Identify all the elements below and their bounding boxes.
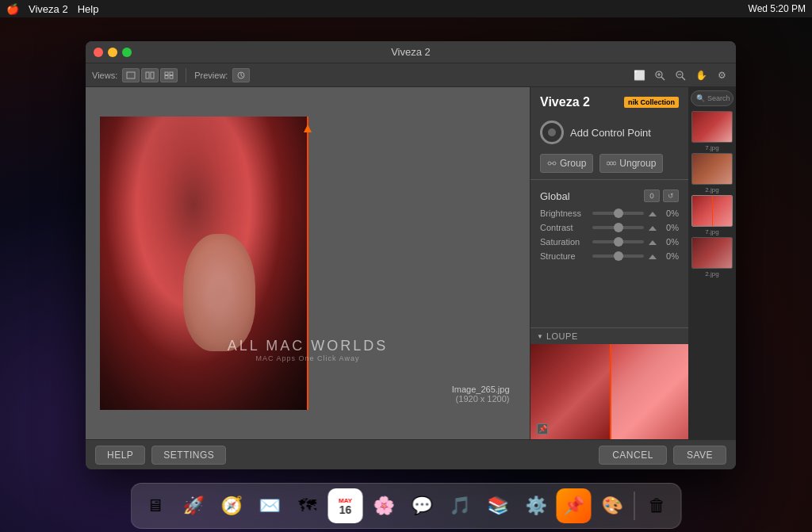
global-reset-icon[interactable]: ↺ (663, 189, 679, 202)
dock-messages[interactable]: 💬 (404, 488, 439, 523)
apple-menu[interactable]: 🍎 (6, 3, 19, 15)
view-single[interactable] (122, 68, 140, 82)
image-container: ALL MAC WORLDS MAC Apps One Click Away I… (100, 117, 516, 410)
hand-tool[interactable]: ✋ (693, 67, 709, 83)
dock-mail[interactable]: ✉️ (252, 488, 287, 523)
preview-toggle[interactable] (232, 68, 250, 82)
settings-icon[interactable]: ⚙ (714, 67, 730, 83)
structure-thumb[interactable] (614, 251, 623, 261)
settings-button[interactable]: SETTINGS (151, 446, 226, 465)
contrast-row: Contrast 0% (540, 223, 679, 232)
menubar-time: Wed 5:20 PM (749, 3, 806, 14)
dock-books[interactable]: 📚 (481, 488, 515, 523)
loupe-header[interactable]: ▼ LOUPE (530, 328, 688, 344)
zoom-fit[interactable]: ⬜ (631, 67, 647, 83)
ungroup-label: Ungroup (619, 158, 656, 169)
brightness-label: Brightness (540, 209, 588, 218)
help-button[interactable]: HELP (95, 446, 145, 465)
group-label: Group (560, 158, 586, 169)
filmstrip-label-0: 7.jpg (691, 144, 733, 151)
filmstrip-item-1[interactable] (691, 153, 733, 185)
filmstrip-search[interactable]: 🔍 Search (691, 90, 733, 106)
svg-point-22 (613, 162, 616, 165)
view-quad[interactable] (160, 68, 178, 82)
maximize-button[interactable] (122, 48, 132, 57)
photo-original (100, 117, 308, 410)
view-buttons (122, 68, 178, 82)
views-label: Views: (92, 71, 117, 80)
dock-launchpad[interactable]: 🚀 (176, 488, 211, 523)
contrast-track[interactable] (592, 226, 644, 229)
saturation-label: Saturation (540, 237, 588, 247)
filmstrip-item-0[interactable] (691, 111, 733, 143)
saturation-row: Saturation 0% (540, 237, 679, 247)
dock-app2[interactable]: 🎨 (595, 488, 630, 523)
dock-finder[interactable]: 🖥 (138, 488, 173, 523)
svg-point-17 (548, 162, 551, 165)
bottom-left-buttons: HELP SETTINGS (95, 446, 226, 465)
saturation-track[interactable] (592, 240, 644, 243)
right-panel: Viveza 2 nik Collection Add Control Poin… (530, 87, 688, 439)
svg-line-11 (661, 77, 665, 80)
view-split[interactable] (141, 68, 159, 82)
dock-system-prefs[interactable]: ⚙️ (519, 488, 553, 523)
dock-safari[interactable]: 🧭 (214, 488, 249, 523)
brightness-track[interactable] (592, 212, 644, 215)
minimize-button[interactable] (108, 48, 117, 57)
app-menu-help[interactable]: Help (78, 3, 99, 15)
watermark-text: ALL MAC WORLDS (228, 338, 388, 354)
add-control-point-label: Add Control Point (570, 127, 651, 139)
split-line[interactable] (307, 117, 308, 410)
image-dimensions: (1920 x 1200) (452, 394, 510, 404)
global-link-icon[interactable] (644, 189, 660, 202)
filmstrip-item-3[interactable] (691, 237, 733, 269)
structure-value: 0% (661, 251, 679, 261)
contrast-thumb[interactable] (614, 223, 623, 232)
panel-scroll[interactable]: Add Control Point Group Ungroup (530, 114, 688, 327)
dock-app1[interactable]: 📌 (557, 488, 592, 523)
group-button[interactable]: Group (540, 154, 593, 173)
dock-trash[interactable]: 🗑 (640, 488, 675, 523)
zoom-in[interactable] (652, 67, 668, 83)
brightness-value: 0% (661, 209, 679, 218)
contrast-arrow[interactable] (649, 226, 657, 231)
nik-collection-badge: nik Collection (624, 97, 679, 108)
svg-line-9 (241, 75, 243, 77)
save-button[interactable]: SAVE (673, 446, 726, 465)
image-display: ALL MAC WORLDS MAC Apps One Click Away (100, 117, 516, 410)
dock-maps[interactable]: 🗺 (290, 488, 325, 523)
structure-track[interactable] (592, 255, 644, 258)
brightness-thumb[interactable] (614, 209, 623, 218)
saturation-thumb[interactable] (614, 237, 623, 247)
saturation-arrow[interactable] (649, 240, 657, 245)
canvas-area[interactable]: ALL MAC WORLDS MAC Apps One Click Away I… (86, 87, 530, 439)
svg-rect-1 (146, 72, 149, 78)
brightness-arrow[interactable] (649, 212, 657, 216)
add-control-point-button[interactable]: Add Control Point (530, 114, 688, 151)
ungroup-button[interactable]: Ungroup (599, 154, 663, 173)
app-menu-viveza[interactable]: Viveza 2 (29, 3, 68, 15)
zoom-out[interactable] (672, 67, 688, 83)
svg-rect-0 (127, 72, 135, 78)
dock-calendar[interactable]: MAY16 (328, 488, 363, 523)
filmstrip-item-2[interactable] (691, 195, 733, 227)
dock-music[interactable]: 🎵 (442, 488, 477, 523)
svg-rect-5 (165, 75, 168, 78)
loupe-section: ▼ LOUPE 📌 (530, 327, 688, 439)
panel-header: Viveza 2 nik Collection (530, 87, 688, 114)
close-button[interactable] (94, 48, 103, 57)
svg-point-21 (610, 162, 613, 165)
structure-label: Structure (540, 251, 588, 261)
svg-point-18 (553, 162, 556, 165)
structure-arrow[interactable] (649, 255, 657, 259)
loupe-collapse-icon: ▼ (537, 333, 543, 340)
filmstrip-label-3: 2.jpg (691, 270, 733, 277)
window-title: Viveza 2 (391, 46, 431, 58)
loupe-pin-button[interactable]: 📌 (537, 423, 548, 434)
menubar: 🍎 Viveza 2 Help Wed 5:20 PM (0, 0, 812, 17)
dock-photos[interactable]: 🌸 (366, 488, 401, 523)
loupe-split-line (610, 344, 611, 439)
svg-line-15 (682, 77, 685, 80)
cancel-button[interactable]: CANCEL (599, 446, 667, 465)
structure-row: Structure 0% (540, 251, 679, 261)
